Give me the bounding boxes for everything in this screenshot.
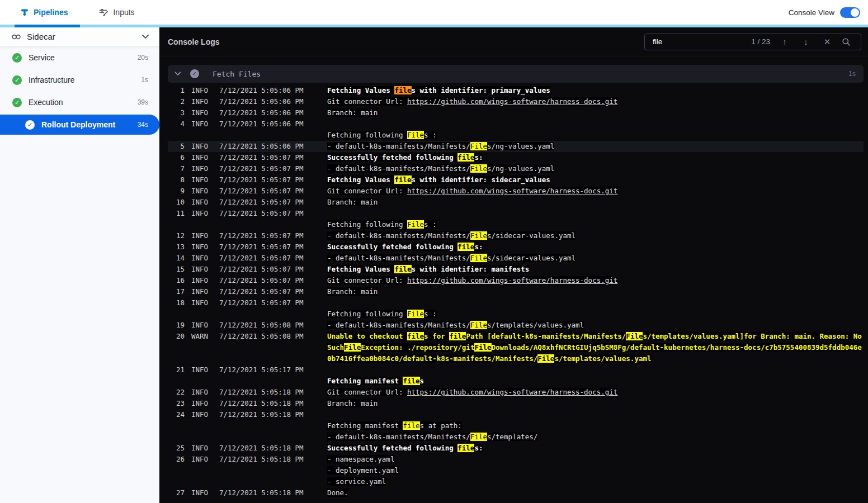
log-line-number: 16 [168,275,185,286]
chevron-down-icon[interactable] [141,34,149,39]
search-input[interactable] [653,37,743,46]
log-line: 20WARN7/12/2021 5:05:08 PMUnable to chec… [168,331,864,364]
step-label: Infrastructure [29,75,141,84]
log-timestamp: 7/12/2021 5:05:07 PM [219,264,304,275]
step-duration: 34s [138,121,148,129]
section-success-icon: ✓ [190,69,199,78]
check-circle-icon: ✓ [12,98,22,107]
console-view-toggle[interactable] [840,7,860,18]
tab-inputs[interactable]: Inputs [93,0,140,25]
search-match-highlight: file [449,332,466,340]
section-duration: 1s [848,70,856,78]
step-label: Rollout Deployment [41,120,138,129]
search-icon[interactable] [842,37,855,46]
search-match-highlight: File [407,220,424,229]
log-level: INFO [191,152,213,163]
search-match-highlight: file [457,153,474,162]
log-message: Unable to checkout files for filePath [d… [311,331,864,364]
log-message: Fetching manifest files at path:- defaul… [311,409,864,443]
log-timestamp: 7/12/2021 5:05:06 PM [219,141,304,152]
log-line: 12INFO7/12/2021 5:05:07 PM- default-k8s-… [168,230,864,241]
console-title: Console Logs [168,37,644,46]
log-level: INFO [191,174,213,186]
previous-match-icon[interactable]: ↑ [778,37,791,46]
tab-pipelines-label: Pipelines [34,8,68,17]
log-line: 26INFO7/12/2021 5:05:18 PM- namespace.ya… [168,454,864,487]
sidebar-item-service[interactable]: ✓Service20s [0,46,159,69]
log-message: Successfully fetched following files: [311,152,864,163]
log-line-number: 3 [168,107,185,118]
log-line-number: 26 [168,454,185,465]
console-panel: Console Logs 1 / 23 ↑ ↓ ✕ ✓ Fetch Files … [159,27,868,503]
log-message: Git connector Url: https://github.com/wi… [311,275,864,286]
search-match-highlight: file [457,243,474,251]
log-line: 5INFO7/12/2021 5:05:06 PM- default-k8s-m… [168,141,864,152]
log-level: INFO [191,275,213,286]
search-match-highlight: file [403,377,419,385]
log-message: Branch: main [311,107,864,118]
nav-tabs: Pipelines Inputs [15,0,140,25]
log-level: INFO [191,443,213,454]
log-line-number: 5 [168,141,185,152]
sidebar-item-rollout-deployment[interactable]: ✓Rollout Deployment34s [0,115,159,135]
section-title: Fetch Files [213,70,848,78]
log-line-number: 18 [168,297,185,309]
log-level: WARN [191,331,213,342]
log-timestamp: 7/12/2021 5:05:07 PM [219,230,304,241]
tab-pipelines[interactable]: Pipelines [15,0,73,25]
log-line-number: 4 [168,118,185,130]
search-match-highlight: File [470,321,487,329]
log-line-number: 17 [168,286,185,297]
close-icon[interactable]: ✕ [820,37,834,47]
log-level: INFO [191,253,213,264]
section-collapse-icon[interactable] [174,72,181,76]
log-line-number: 8 [168,174,185,186]
log-timestamp: 7/12/2021 5:05:06 PM [219,96,304,107]
log-lines: 1INFO7/12/2021 5:05:06 PMFetching Values… [159,85,868,499]
log-message: Branch: main [311,286,864,297]
log-line: 16INFO7/12/2021 5:05:07 PMGit connector … [168,275,864,286]
console-header: Console Logs 1 / 23 ↑ ↓ ✕ [159,27,868,56]
log-line-number: 19 [168,320,185,331]
log-line: 23INFO7/12/2021 5:05:18 PMBranch: main [168,398,864,409]
log-line: 6INFO7/12/2021 5:05:07 PMSuccessfully fe… [168,152,864,163]
sidebar-stage-header[interactable]: Sidecar [0,27,159,46]
log-level: INFO [191,96,213,107]
log-section-fetch-files[interactable]: ✓ Fetch Files 1s [168,65,864,83]
log-link[interactable]: https://github.com/wings-software/harnes… [407,97,617,106]
sidebar-item-infrastructure[interactable]: ✓Infrastructure1s [0,69,159,91]
log-level: INFO [191,186,213,197]
log-timestamp: 7/12/2021 5:05:08 PM [219,320,304,331]
log-line-number: 24 [168,409,185,420]
search-match-highlight: File [470,142,487,150]
pipelines-icon [20,8,29,17]
search-match-highlight: File [407,310,424,318]
log-level: INFO [191,264,213,275]
next-match-icon[interactable]: ↓ [799,37,813,46]
log-timestamp: 7/12/2021 5:05:18 PM [219,398,304,409]
log-line-number: 22 [168,387,185,398]
sidebar-item-execution[interactable]: ✓Execution39s [0,91,159,113]
log-timestamp: 7/12/2021 5:05:07 PM [219,163,304,174]
step-label: Service [29,53,138,62]
check-circle-icon: ✓ [25,120,35,130]
log-level: INFO [191,197,213,208]
log-level: INFO [191,141,213,152]
log-timestamp: 7/12/2021 5:05:18 PM [219,487,304,499]
log-link[interactable]: https://github.com/wings-software/harnes… [407,187,617,195]
log-link[interactable]: https://github.com/wings-software/harnes… [407,276,617,284]
step-duration: 20s [138,54,148,61]
log-timestamp: 7/12/2021 5:05:07 PM [219,174,304,186]
search-match-highlight: File [470,433,487,441]
log-link[interactable]: https://github.com/wings-software/harnes… [407,388,617,396]
check-circle-icon: ✓ [12,53,22,63]
search-match-highlight: file [457,444,474,452]
log-line: 10INFO7/12/2021 5:05:07 PMBranch: main [168,197,864,208]
log-level: INFO [191,163,213,174]
log-line-number: 20 [168,331,185,342]
search-match-highlight: File [470,164,487,173]
step-duration: 1s [141,76,148,84]
log-line: 1INFO7/12/2021 5:05:06 PMFetching Values… [168,85,864,96]
log-line: 2INFO7/12/2021 5:05:06 PMGit connector U… [168,96,864,107]
log-level: INFO [191,286,213,297]
